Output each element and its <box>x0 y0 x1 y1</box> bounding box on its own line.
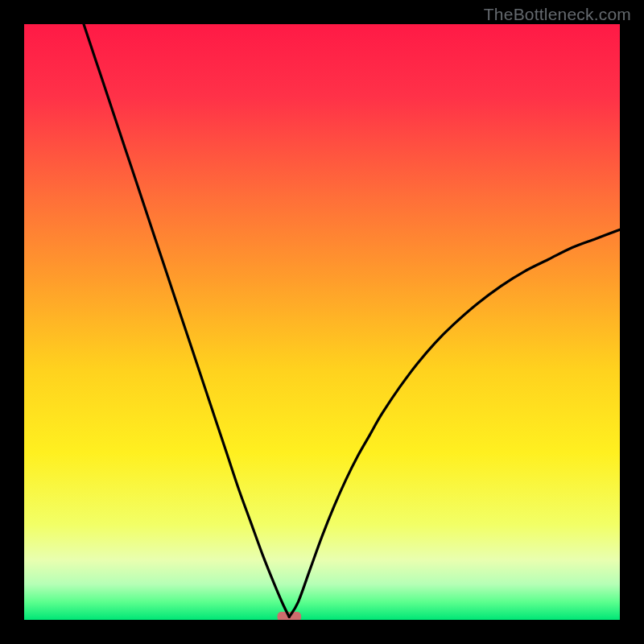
plot-area <box>24 24 620 620</box>
chart-frame: TheBottleneck.com <box>0 0 644 644</box>
chart-svg <box>24 24 620 620</box>
watermark-text: TheBottleneck.com <box>484 5 631 24</box>
